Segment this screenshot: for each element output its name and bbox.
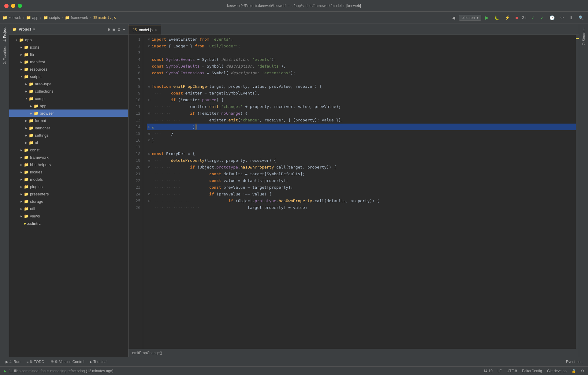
git-push-button[interactable]: ⬆ [568, 14, 575, 21]
tree-item-locales[interactable]: ▶ 📁 locales [9, 168, 128, 176]
tree-item-ui[interactable]: ▶ 📁 ui [9, 139, 128, 146]
run-panel-button[interactable]: ▶ 4: Run [3, 358, 23, 365]
tree-item-scripts[interactable]: ▾ 📁 scripts [9, 73, 128, 80]
minimize-button[interactable] [11, 4, 15, 8]
arrow-icons: ▶ [19, 46, 24, 49]
arrow-auto-type: ▶ [24, 82, 29, 86]
tree-item-views[interactable]: ▶ 📁 views [9, 212, 128, 220]
tree-item-eslintrc[interactable]: ▶ ● .eslintrc [9, 220, 128, 227]
editor-tab-model[interactable]: JS model.js × [128, 25, 161, 35]
window-controls[interactable] [4, 4, 22, 8]
tree-item-presenters[interactable]: ▶ 📁 presenters [9, 190, 128, 198]
status-settings-icon[interactable]: ⚙ [581, 369, 584, 373]
run-button[interactable]: ▶ [483, 13, 490, 22]
tree-item-plugins[interactable]: ▶ 📁 plugins [9, 183, 128, 190]
project-header-icons: ⊕ ≡ ⚙ − [107, 27, 125, 32]
tree-item-launcher[interactable]: ▶ 📁 launcher [9, 124, 128, 132]
maximize-button[interactable] [18, 4, 22, 8]
js-file-icon: JS [93, 16, 97, 20]
close-button[interactable] [4, 4, 9, 8]
tree-item-lib[interactable]: ▶ 📁 lib [9, 51, 128, 58]
fold-14[interactable]: ⊟ [147, 124, 152, 130]
tree-item-app2[interactable]: ▶ 📁 app [9, 102, 128, 110]
fold-10[interactable]: ⊟ [147, 97, 152, 103]
fold-2[interactable]: ⊟ [147, 43, 152, 50]
search-button[interactable]: 🔍 [577, 14, 586, 21]
todo-panel-icon: ≡ [26, 360, 28, 364]
tree-item-const[interactable]: ▶ 📁 const [9, 146, 128, 154]
tree-item-comp[interactable]: ▾ 📁 comp [9, 95, 128, 102]
fold-16[interactable]: ⊟ [147, 137, 152, 144]
settings-icon[interactable]: ⚙ [117, 27, 120, 32]
folder-icon-plugins: 📁 [24, 184, 29, 189]
fold-12[interactable]: ⊟ [147, 110, 152, 117]
side-tab-project[interactable]: 1: Project [2, 25, 8, 44]
fold-1[interactable]: ⊟ [147, 36, 152, 43]
coverage-button[interactable]: ⚡ [503, 14, 512, 21]
status-git-branch[interactable]: Git: develop [547, 369, 567, 373]
vc-panel-button[interactable]: ⑨ 9: Version Control [48, 358, 87, 365]
status-lock-icon: 🔒 [571, 369, 576, 373]
tree-item-format[interactable]: ▶ 📁 format [9, 117, 128, 124]
tree-label-locales: locales [30, 170, 42, 174]
code-line-17 [147, 144, 576, 150]
terminal-panel-button[interactable]: ▸ Terminal [88, 358, 110, 365]
event-log-label: Event Log [566, 360, 582, 364]
minimize-panel-icon[interactable]: − [123, 27, 125, 32]
tree-item-app[interactable]: ▾ 📁 app [9, 36, 128, 43]
git-undo-button[interactable]: ↩ [558, 14, 566, 21]
git-check-button[interactable]: ✓ [529, 14, 537, 21]
tree-item-browser[interactable]: ▶ 📁 browser [9, 110, 128, 117]
debug-button[interactable]: 🐛 [492, 14, 501, 21]
tree-label-models: models [30, 177, 43, 182]
breadcrumb-item-scripts[interactable]: 📁 scripts [43, 15, 60, 20]
fold-25[interactable]: ⊟ [147, 198, 152, 204]
run-panel-icon: ▶ [6, 360, 8, 364]
fold-18[interactable]: ⊟ [147, 150, 152, 157]
side-tab-favorites[interactable]: 2: Favorites [2, 44, 8, 66]
breadcrumb-item-keeweb[interactable]: 📁 keeweb [2, 15, 21, 20]
right-side-tab-structure[interactable]: Z: Structure [581, 25, 587, 47]
fold-19[interactable]: ⊟ [147, 157, 152, 164]
status-encoding[interactable]: LF [497, 369, 502, 373]
collapse-icon[interactable]: ≡ [113, 27, 115, 32]
run-config-selector[interactable]: electron ▾ [459, 15, 481, 21]
tree-item-util[interactable]: ▶ 📁 util [9, 205, 128, 212]
tree-item-collections[interactable]: ▶ 📁 collections [9, 87, 128, 95]
code-content[interactable]: ⊟ import EventEmitter from 'events'; ⊟ i… [143, 35, 576, 349]
fold-20[interactable]: ⊟ [147, 164, 152, 171]
tree-item-framework[interactable]: ▶ 📁 framework [9, 154, 128, 161]
breadcrumb-item-file[interactable]: JS model.js [93, 16, 116, 20]
git-history-button[interactable]: 🕐 [548, 14, 556, 21]
stop-button[interactable]: ■ [514, 14, 520, 21]
tree-item-settings[interactable]: ▶ 📁 settings [9, 132, 128, 139]
fold-15[interactable]: ⊟ [147, 130, 152, 137]
vc-panel-icon: ⑨ [50, 360, 54, 364]
tree-item-icons[interactable]: ▶ 📁 icons [9, 43, 128, 51]
back-button[interactable]: ◀ [450, 14, 457, 21]
tab-js-icon: JS [133, 28, 137, 32]
arrow-ui: ▶ [24, 141, 29, 144]
git-check2-button[interactable]: ✓ [538, 14, 546, 21]
tree-item-auto-type[interactable]: ▶ 📁 auto-type [9, 80, 128, 87]
arrow-settings: ▶ [24, 134, 29, 137]
tree-item-hbs-helpers[interactable]: ▶ 📁 hbs-helpers [9, 161, 128, 168]
fold-24[interactable]: ⊟ [147, 191, 152, 198]
locate-icon[interactable]: ⊕ [107, 27, 110, 32]
close-tab-button[interactable]: × [154, 28, 157, 32]
status-editorconfig[interactable]: EditorConfig [522, 369, 542, 373]
tree-item-manifest[interactable]: ▶ 📁 manifest [9, 58, 128, 65]
folder-icon-auto-type: 📁 [29, 82, 34, 86]
status-charset[interactable]: UTF-8 [507, 369, 517, 373]
fold-8[interactable]: ⊟ [147, 83, 152, 90]
event-log-button[interactable]: Event Log [564, 358, 585, 365]
todo-panel-button[interactable]: ≡ 6: TODO [24, 358, 47, 365]
breadcrumb-label-scripts: scripts [49, 16, 60, 20]
tree-item-storage[interactable]: ▶ 📁 storage [9, 198, 128, 205]
scroll-position [576, 38, 579, 39]
breadcrumb-item-framework[interactable]: 📁 framework [65, 15, 88, 20]
tree-item-models[interactable]: ▶ 📁 models [9, 176, 128, 183]
folder-icon-const: 📁 [24, 148, 29, 152]
tree-item-resources[interactable]: ▶ 📁 resources [9, 65, 128, 73]
breadcrumb-item-app[interactable]: 📁 app [26, 15, 38, 20]
